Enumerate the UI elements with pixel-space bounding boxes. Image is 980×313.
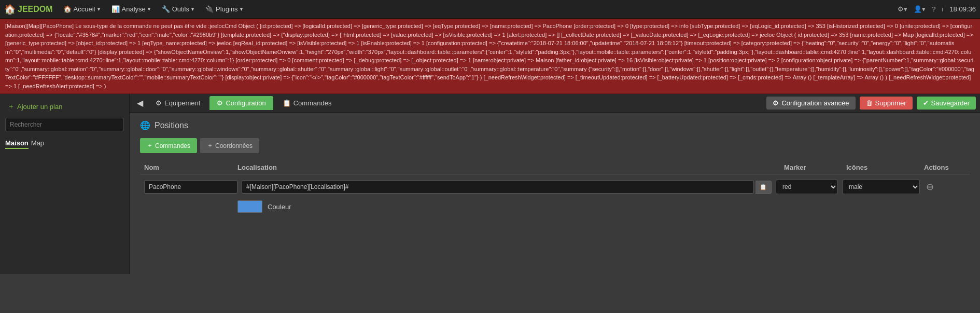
section-title: 🌐 Positions xyxy=(140,120,970,130)
sidebar: ＋ Ajouter un plan Maison Map xyxy=(0,94,130,274)
tab-commandes-icon: 📋 xyxy=(283,99,291,107)
localisation-picker-button[interactable]: 📋 xyxy=(755,181,772,194)
topbar-right: ⚙ Configuration avancée 🗑 Supprimer ✔ Sa… xyxy=(766,97,976,110)
nav-outils-label: Outils xyxy=(172,5,189,13)
actions-cell: ⊖ xyxy=(924,181,965,193)
nav-accueil-label: Accueil xyxy=(74,5,95,13)
table-row: 📋 red blue green yellow orange xyxy=(140,178,970,196)
nav-analyse-icon: 📊 xyxy=(111,5,120,13)
nav-analyse-caret: ▾ xyxy=(148,6,150,12)
remove-row-button[interactable]: ⊖ xyxy=(924,181,936,193)
tab-equipement-icon: ⚙ xyxy=(156,99,162,107)
advanced-config-label: Configuration avancée xyxy=(781,99,849,107)
navbar-right: ⚙▾ 👤▾ ? i 18:09:36 xyxy=(898,5,976,13)
nav-plugins[interactable]: 🔌 Plugins ▾ xyxy=(200,3,248,15)
nom-input[interactable] xyxy=(144,180,237,194)
couleur-label: Couleur xyxy=(268,203,291,211)
localisation-picker-icon: 📋 xyxy=(760,184,767,190)
help-icon[interactable]: ? xyxy=(932,5,935,13)
brand-name: JEEDOM xyxy=(18,5,53,14)
icones-select[interactable]: male female home car star xyxy=(842,180,920,194)
tab-commandes[interactable]: 📋 Commandes xyxy=(275,96,339,110)
user-icon[interactable]: 👤▾ xyxy=(914,5,926,13)
tab-configuration-icon: ⚙ xyxy=(217,99,223,107)
main-layout: ＋ Ajouter un plan Maison Map ◀ ⚙ Equipem… xyxy=(0,94,980,274)
brand-icon: 🏠 xyxy=(4,4,16,15)
sub-tab-coordonnees[interactable]: ＋ Coordonnées xyxy=(200,138,259,153)
positions-table: Nom Localisation Marker Icônes Actions xyxy=(140,161,970,217)
sidebar-tab-map[interactable]: Map xyxy=(31,138,44,149)
save-label: Sauvegarder xyxy=(931,99,970,107)
sub-tab-commandes[interactable]: ＋ Commandes xyxy=(140,138,197,153)
nom-cell xyxy=(144,180,237,194)
nav-accueil-caret: ▾ xyxy=(97,6,100,12)
nav-menu: 🏠 Accueil ▾ 📊 Analyse ▾ 🔧 Outils ▾ 🔌 Plu… xyxy=(58,3,898,15)
tab-equipement-label: Equipement xyxy=(164,99,200,107)
delete-icon: 🗑 xyxy=(866,99,873,107)
sub-tabs: ＋ Commandes ＋ Coordonnées xyxy=(140,138,970,153)
nav-plugins-caret: ▾ xyxy=(240,6,243,12)
content-body: 🌐 Positions ＋ Commandes ＋ Coordonnées No… xyxy=(130,113,980,225)
navbar: 🏠 JEEDOM 🏠 Accueil ▾ 📊 Analyse ▾ 🔧 Outil… xyxy=(0,0,980,19)
save-icon: ✔ xyxy=(923,99,929,107)
nav-outils-icon: 🔧 xyxy=(162,5,170,13)
advanced-config-button[interactable]: ⚙ Configuration avancée xyxy=(766,97,855,110)
header-marker: Marker xyxy=(784,164,846,171)
nav-plugins-icon: 🔌 xyxy=(205,5,214,13)
marker-cell: red blue green yellow orange xyxy=(776,180,838,194)
section-title-text: Positions xyxy=(155,121,188,130)
header-nom: Nom xyxy=(144,164,237,171)
sub-tab-commandes-label: Commandes xyxy=(155,142,190,149)
table-header: Nom Localisation Marker Icônes Actions xyxy=(140,161,970,174)
add-plan-icon: ＋ xyxy=(8,102,15,111)
icones-cell: male female home car star xyxy=(842,180,920,194)
marker-select[interactable]: red blue green yellow orange xyxy=(776,180,838,194)
nav-analyse[interactable]: 📊 Analyse ▾ xyxy=(106,3,156,15)
header-actions: Actions xyxy=(924,164,965,171)
nav-analyse-label: Analyse xyxy=(122,5,146,13)
header-localisation: Localisation xyxy=(237,164,784,171)
sub-tab-coordonnees-label: Coordonnées xyxy=(215,142,253,149)
brand[interactable]: 🏠 JEEDOM xyxy=(4,4,53,15)
content-area: ◀ ⚙ Equipement ⚙ Configuration 📋 Command… xyxy=(130,94,980,274)
couleur-row: Couleur xyxy=(233,196,970,217)
sidebar-tab-maison[interactable]: Maison xyxy=(5,138,29,149)
save-button[interactable]: ✔ Sauvegarder xyxy=(917,97,976,110)
nav-plugins-label: Plugins xyxy=(216,5,238,13)
add-plan-label: Ajouter un plan xyxy=(17,103,62,111)
info-icon[interactable]: i xyxy=(942,5,944,13)
content-topbar: ◀ ⚙ Equipement ⚙ Configuration 📋 Command… xyxy=(130,94,980,113)
settings-icon[interactable]: ⚙▾ xyxy=(898,5,907,13)
tab-configuration-label: Configuration xyxy=(226,99,265,107)
nav-accueil[interactable]: 🏠 Accueil ▾ xyxy=(58,3,105,15)
add-plan-button[interactable]: ＋ Ajouter un plan xyxy=(0,99,129,114)
sidebar-tabs: Maison Map xyxy=(0,135,129,152)
log-text: [Maison][Map][PacoPhone] Le sous-type de… xyxy=(5,23,974,89)
nav-outils[interactable]: 🔧 Outils ▾ xyxy=(157,3,199,15)
back-button[interactable]: ◀ xyxy=(134,97,146,109)
tab-commandes-label: Commandes xyxy=(293,99,332,107)
section-icon: 🌐 xyxy=(140,120,150,130)
localisation-input[interactable] xyxy=(242,180,753,194)
color-swatch[interactable] xyxy=(237,200,262,213)
search-input[interactable] xyxy=(5,118,124,131)
header-icones: Icônes xyxy=(846,164,924,171)
sub-tab-commandes-icon: ＋ xyxy=(147,141,153,150)
tab-equipement[interactable]: ⚙ Equipement xyxy=(148,96,207,110)
log-area: [Maison][Map][PacoPhone] Le sous-type de… xyxy=(0,19,980,94)
tab-configuration[interactable]: ⚙ Configuration xyxy=(209,96,273,110)
nav-outils-caret: ▾ xyxy=(191,6,194,12)
clock: 18:09:36 xyxy=(949,5,976,13)
remove-icon: ⊖ xyxy=(926,182,934,192)
sub-tab-coordonnees-icon: ＋ xyxy=(207,141,213,150)
advanced-config-icon: ⚙ xyxy=(773,99,779,107)
nav-accueil-icon: 🏠 xyxy=(63,5,72,13)
delete-label: Supprimer xyxy=(875,99,906,107)
localisation-cell: 📋 xyxy=(242,180,772,194)
delete-button[interactable]: 🗑 Supprimer xyxy=(860,97,913,110)
